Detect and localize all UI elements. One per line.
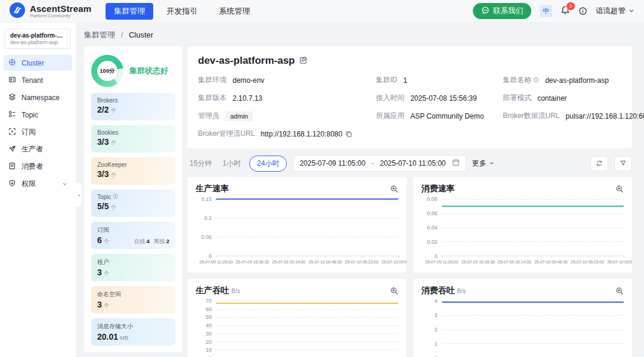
sidebar-item-topic[interactable]: Topic <box>4 107 72 123</box>
health-score: 100分 <box>97 61 117 81</box>
sidebar-item-consumer[interactable]: 消费者 <box>4 159 72 175</box>
cluster-selector[interactable]: dev-as-platform-asp dev-as-platform-asp <box>5 29 71 49</box>
brand-title: AscentStream <box>30 4 91 13</box>
edit-icon[interactable] <box>299 56 308 66</box>
info-circle-icon[interactable] <box>113 194 118 200</box>
range-1hour-button[interactable]: 1小时 <box>220 159 243 169</box>
language-toggle[interactable]: 中 <box>540 5 552 17</box>
stat-tenants: 租户 3个 <box>91 254 175 281</box>
stat-topic: Topic 5/5个 <box>91 190 175 217</box>
date-start: 2025-07-09 11:05:00 <box>299 159 366 167</box>
date-end: 2025-07-10 11:05:00 <box>380 159 446 167</box>
refresh-button[interactable] <box>590 156 608 171</box>
username: 谙流超管 <box>596 6 626 16</box>
stat-namespaces: 命名空间 3个 <box>91 286 175 313</box>
breadcrumb-parent[interactable]: 集群管理 <box>84 30 115 39</box>
top-bar: AscentStream Platform Community 集群管理 开发指… <box>0 0 644 23</box>
breadcrumb-current: Cluster <box>129 30 153 39</box>
chart-produce-throughput: 生产吞吐 B/s 010203040506070 25-07-09 11:05:… <box>187 279 407 357</box>
notification-count-badge: 3 <box>566 2 575 11</box>
layers-icon <box>8 93 16 103</box>
stat-subscriptions: 订阅 6个 在线4 离线2 <box>91 222 175 249</box>
more-button[interactable]: 更多 <box>472 159 494 169</box>
sidebar-item-tenant[interactable]: Tenant <box>4 72 72 88</box>
chart-toolbar: 15分钟 1小时 24小时 2025-07-09 11:05:00 - 2025… <box>187 155 632 172</box>
charts-grid: 生产速率 00.050.10.15 25-07-09 11:05:0025-07… <box>187 177 632 357</box>
cluster-icon <box>8 58 16 68</box>
offline-count: 离线2 <box>154 238 169 246</box>
sidebar-item-permissions[interactable]: 权限 <box>4 176 72 192</box>
range-15min-button[interactable]: 15分钟 <box>187 159 214 169</box>
sidebar-item-producer[interactable]: 生产者 <box>4 141 72 157</box>
brand-subtitle: Platform Community <box>30 13 91 18</box>
health-status-label: 集群状态好 <box>129 66 168 76</box>
stat-storage-size: 消息存储大小 20.01MB <box>91 318 175 346</box>
notifications-button[interactable]: 3 <box>561 5 570 17</box>
send-icon <box>8 145 16 154</box>
stat-zookeeper: ZooKeeper 3/3个 <box>91 157 175 185</box>
topic-grid-icon <box>8 110 16 120</box>
document-icon <box>8 162 16 172</box>
admin-tag: admin <box>225 111 253 121</box>
calendar-icon <box>452 159 460 168</box>
chevron-down-icon <box>628 7 634 15</box>
brand-logo: AscentStream Platform Community <box>10 2 91 20</box>
logo-icon <box>10 2 25 20</box>
chat-icon <box>481 6 490 16</box>
health-score-gauge: 100分 <box>91 55 123 87</box>
chevron-down-icon <box>489 159 494 167</box>
scan-target-icon <box>8 128 16 137</box>
help-info-button[interactable] <box>578 7 587 15</box>
main-nav: 集群管理 开发指引 系统管理 <box>106 3 258 20</box>
nav-dev-guide[interactable]: 开发指引 <box>158 3 206 20</box>
breadcrumb: 集群管理 / Cluster <box>84 30 632 41</box>
shield-icon <box>8 179 16 189</box>
zoom-in-icon[interactable] <box>615 185 624 193</box>
cluster-info-card: dev-as-platform-asp 集群环境demo-env 集群版本2.1… <box>187 46 632 148</box>
main-content: 集群管理 / Cluster 100分 集群状态好 Brokers 2/2个 B… <box>76 23 644 357</box>
chart-consume-throughput: 消费吞吐 B/s 01234 25-07-09 11:05:0025-07-09… <box>413 279 633 357</box>
sidebar-collapse-handle[interactable]: ◂ <box>76 182 82 207</box>
nav-system-management[interactable]: 系统管理 <box>210 3 258 20</box>
sidebar-item-cluster[interactable]: Cluster <box>4 55 72 71</box>
chart-produce-rate: 生产速率 00.050.10.15 25-07-09 11:05:0025-07… <box>187 177 407 272</box>
sidebar-item-namespace[interactable]: Namespace <box>4 89 72 105</box>
sidebar-item-subscription[interactable]: 订阅 <box>4 124 72 140</box>
chevron-down-icon <box>62 180 67 188</box>
copy-icon[interactable] <box>345 131 352 138</box>
chart-consume-rate: 消费速率 00.020.040.060.08 25-07-09 11:05:00… <box>413 177 633 272</box>
cluster-status-card: 100分 集群状态好 Brokers 2/2个 Bookies 3/3个 Zoo… <box>84 46 182 352</box>
zoom-in-icon[interactable] <box>615 287 624 295</box>
info-circle-icon[interactable] <box>533 76 539 85</box>
cluster-selector-name: dev-as-platform-asp <box>10 32 66 39</box>
cluster-title: dev-as-platform-asp <box>198 55 295 67</box>
range-24hour-button[interactable]: 24小时 <box>249 156 287 172</box>
user-menu[interactable]: 谙流超管 <box>596 6 634 16</box>
cluster-selector-subtitle: dev-as-platform-asp <box>10 39 66 45</box>
stat-bookies: Bookies 3/3个 <box>91 125 175 153</box>
stat-brokers: Brokers 2/2个 <box>91 93 175 120</box>
filter-button[interactable] <box>614 156 632 171</box>
nav-cluster-management[interactable]: 集群管理 <box>106 3 153 20</box>
sidebar: dev-as-platform-asp dev-as-platform-asp … <box>0 23 76 357</box>
zoom-in-icon[interactable] <box>390 287 398 295</box>
zoom-in-icon[interactable] <box>390 185 398 193</box>
tenant-icon <box>8 76 16 85</box>
online-count: 在线4 <box>134 238 149 246</box>
date-range-picker[interactable]: 2025-07-09 11:05:00 - 2025-07-10 11:05:0… <box>293 155 466 172</box>
contact-us-button[interactable]: 联系我们 <box>473 3 531 19</box>
